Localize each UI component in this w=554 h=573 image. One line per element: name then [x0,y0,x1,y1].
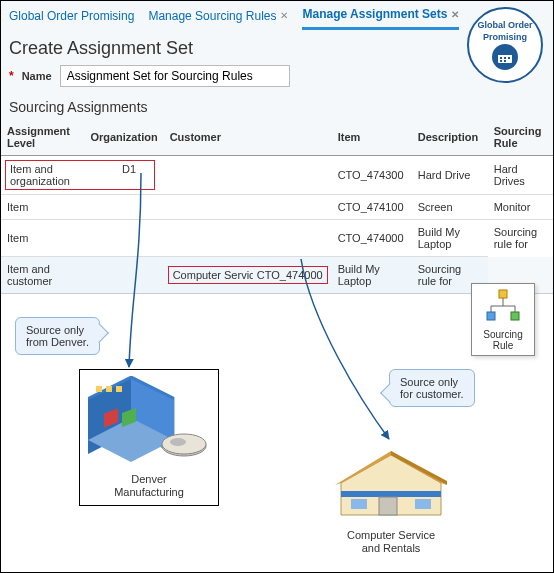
name-input[interactable] [60,65,290,87]
cell-organization [84,257,163,294]
customer-service-box [331,433,451,526]
tab-global-order-promising[interactable]: Global Order Promising [9,9,134,29]
required-mark: * [9,69,14,83]
callout-source-customer: Source only for customer. [389,369,475,407]
tab-bar: Global Order Promising Manage Sourcing R… [1,1,553,30]
cell-customer [164,195,332,220]
svg-rect-12 [487,312,495,320]
svg-rect-18 [96,386,102,392]
app-badge: Global Order Promising [467,7,543,83]
cell-organization [84,220,163,257]
customer-label-l1: Computer Service [347,529,435,541]
close-icon[interactable]: ✕ [451,9,459,20]
svg-rect-30 [379,497,397,515]
svg-rect-2 [500,57,502,59]
cell-description: Hard Drive [412,156,488,195]
callout-line1: Source only [400,376,458,388]
hierarchy-icon [483,288,523,324]
callout-source-denver: Source only from Denver. [15,317,100,355]
cell-assignment-level: Item [1,195,84,220]
cell-assignment-level: Item and customer [1,257,84,294]
table-header-row: Assignment Level Organization Customer I… [1,119,553,156]
close-icon[interactable]: ✕ [280,10,288,21]
customer-label-l2: and Rentals [362,542,421,554]
tab-label: Manage Assignment Sets [302,7,447,21]
badge-line2: Promising [483,32,527,42]
name-field-row: * Name [1,61,553,97]
tab-manage-sourcing-rules[interactable]: Manage Sourcing Rules ✕ [148,9,288,29]
svg-rect-29 [341,491,441,497]
denver-manufacturing-box: Denver Manufacturing [79,369,219,506]
cell-description: Build My Laptop [332,257,412,294]
sr-label-l1: Sourcing [483,329,522,340]
svg-rect-32 [415,499,431,509]
cell-customer [164,220,332,257]
factory-room-icon [86,376,212,466]
badge-line1: Global Order [477,20,532,30]
col-customer: Customer [164,119,332,156]
cell-sourcing-rule: Monitor [488,195,553,220]
table-row[interactable]: Item and organization D1 CTO_474300 Hard… [1,156,553,195]
highlight-customer-item: Computer Servic CTO_474000 [168,266,328,284]
svg-rect-6 [504,60,506,62]
col-sourcing-rule: Sourcing Rule [488,119,553,156]
assignments-table: Assignment Level Organization Customer I… [1,119,553,293]
svg-point-25 [170,438,186,446]
cell-organization [84,195,163,220]
tab-manage-assignment-sets[interactable]: Manage Assignment Sets ✕ [302,7,459,30]
svg-rect-3 [504,57,506,59]
denver-label-l2: Manufacturing [114,486,184,498]
sourcing-rule-box: Sourcing Rule [471,283,535,356]
name-label: Name [22,70,52,82]
cell-item: CTO_474000 [253,267,327,283]
calendar-icon [492,44,518,70]
col-assignment-level: Assignment Level [1,119,84,156]
store-building-icon [331,433,451,523]
cell-organization: D1 [118,161,140,189]
cell-sourcing-rule: Sourcing rule for [488,220,553,257]
sr-label-l2: Rule [493,340,514,351]
diagram-frame: Global Order Promising Manage Sourcing R… [0,0,554,573]
section-title: Sourcing Assignments [1,97,553,119]
callout-line2: from Denver. [26,336,89,348]
svg-rect-1 [498,52,512,55]
callout-line1: Source only [26,324,84,336]
svg-rect-4 [508,57,510,59]
app-window: Global Order Promising Manage Sourcing R… [1,1,553,294]
cell-assignment-level: Item and organization [6,161,118,189]
col-item: Item [332,119,412,156]
cell-customer [164,156,332,195]
table-row[interactable]: Item CTO_474000 Build My Laptop Sourcing… [1,220,553,257]
cell-assignment-level: Item [1,220,84,257]
tab-label: Global Order Promising [9,9,134,23]
svg-rect-7 [499,290,507,298]
tab-label: Manage Sourcing Rules [148,9,276,23]
svg-rect-19 [106,386,112,392]
svg-rect-20 [116,386,122,392]
callout-line2: for customer. [400,388,464,400]
highlight-item-org-d1: Item and organization D1 [5,160,155,190]
cell-item: CTO_474100 [332,195,412,220]
cell-customer: Computer Servic [169,267,253,283]
table-row[interactable]: Item CTO_474100 Screen Monitor [1,195,553,220]
svg-rect-31 [351,499,367,509]
cell-item: CTO_474000 [332,220,412,257]
cell-sourcing-rule: Hard Drives [488,156,553,195]
col-organization: Organization [84,119,163,156]
denver-label-l1: Denver [131,473,166,485]
svg-rect-13 [511,312,519,320]
cell-description: Build My Laptop [412,220,488,257]
cell-item: CTO_474300 [332,156,412,195]
cell-description: Screen [412,195,488,220]
svg-rect-5 [500,60,502,62]
customer-service-label: Computer Service and Rentals [337,529,445,555]
col-description: Description [412,119,488,156]
